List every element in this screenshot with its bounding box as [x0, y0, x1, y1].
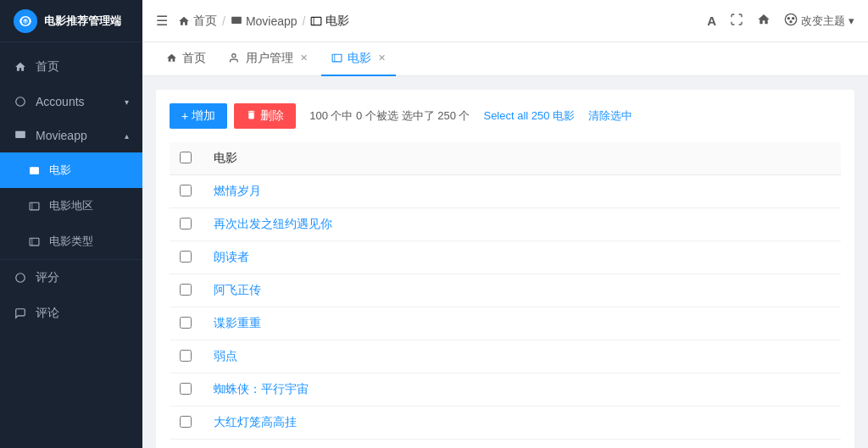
table-row: 谍影重重 [170, 307, 841, 340]
row-movie-title: 燃情岁月 [203, 175, 841, 208]
svg-rect-16 [332, 54, 342, 62]
add-label: 增加 [192, 108, 215, 124]
movie-link[interactable]: 大红灯笼高高挂 [214, 415, 297, 429]
row-checkbox-cell [170, 407, 203, 440]
tab-movies-label: 电影 [348, 51, 371, 66]
row-movie-title: 阿飞正传 [203, 274, 841, 307]
row-checkbox[interactable] [180, 284, 192, 296]
row-checkbox[interactable] [180, 416, 192, 428]
sidebar-item-rating[interactable]: 评分 [0, 260, 142, 296]
home-icon [14, 61, 27, 73]
app-logo[interactable]: 电影推荐管理端 [0, 0, 142, 42]
comment-icon [14, 307, 27, 319]
row-movie-title: 谍影重重 [203, 307, 841, 340]
select-all-checkbox[interactable] [180, 152, 192, 163]
row-checkbox[interactable] [180, 383, 192, 395]
sidebar-item-movietype[interactable]: 电影类型 [0, 224, 142, 259]
table-row: 蜘蛛侠：平行宇宙 [170, 373, 841, 407]
movies-table: 电影 燃情岁月 再次出发之纽约遇见你 朗读者 阿飞正 [170, 142, 841, 448]
breadcrumb-sep-1: / [222, 14, 225, 28]
row-checkbox-cell [170, 175, 203, 208]
row-checkbox-cell [170, 274, 203, 307]
tab-usermgmt-close[interactable]: ✕ [300, 53, 308, 64]
logo-icon [14, 9, 37, 33]
movieregion-icon [27, 201, 41, 212]
sidebar-movies-label: 电影 [49, 163, 71, 178]
theme-button[interactable]: 改变主题 ▾ [784, 13, 854, 29]
sidebar-item-movies[interactable]: 电影 [0, 152, 142, 188]
row-checkbox[interactable] [180, 185, 192, 196]
svg-point-0 [16, 97, 25, 107]
table-row: 燃情岁月 [170, 175, 841, 208]
font-size-icon[interactable]: A [707, 14, 716, 28]
delete-button[interactable]: 删除 [234, 103, 296, 129]
table-row: 朗读者 [170, 241, 841, 274]
svg-point-11 [785, 14, 796, 25]
breadcrumb: 首页 / Movieapp / 电影 [178, 14, 349, 29]
row-movie-title: 谍影重重2 [203, 440, 841, 449]
tab-home-label: 首页 [182, 51, 206, 66]
theme-label: 改变主题 [801, 14, 845, 29]
movie-link[interactable]: 蜘蛛侠：平行宇宙 [214, 382, 309, 395]
table-row: 谍影重重2 [170, 440, 841, 449]
sidebar-item-movieregion[interactable]: 电影地区 [0, 188, 142, 224]
breadcrumb-home[interactable]: 首页 [178, 14, 217, 29]
svg-rect-2 [30, 167, 39, 174]
clear-selection-link[interactable]: 清除选中 [588, 108, 632, 124]
breadcrumb-movieapp[interactable]: Movieapp [231, 14, 298, 28]
row-checkbox-cell [170, 440, 203, 449]
movie-link[interactable]: 谍影重重 [214, 316, 261, 329]
topbar: ☰ 首页 / Movieapp / 电影 A [142, 0, 868, 42]
menu-icon[interactable]: ☰ [156, 13, 168, 29]
add-button[interactable]: + 增加 [170, 103, 227, 129]
tabbar: 首页 用户管理 ✕ 电影 ✕ [142, 42, 868, 76]
movie-link[interactable]: 朗读者 [214, 250, 249, 263]
row-checkbox[interactable] [180, 350, 192, 362]
row-movie-title: 弱点 [203, 340, 841, 373]
sidebar-item-accounts[interactable]: Accounts ▾ [0, 85, 142, 119]
row-checkbox[interactable] [180, 317, 192, 329]
content-card: + 增加 删除 100 个中 0 个被选 选中了 250 个 Select al… [156, 90, 854, 448]
sidebar-submenu: 电影 电影地区 电影类型 [0, 152, 142, 259]
tab-usermgmt-label: 用户管理 [246, 51, 293, 66]
fullscreen-icon[interactable] [730, 13, 743, 30]
row-movie-title: 再次出发之纽约遇见你 [203, 208, 841, 241]
topbar-home-icon[interactable] [757, 13, 771, 30]
table-body: 燃情岁月 再次出发之纽约遇见你 朗读者 阿飞正传 谍影重重 [170, 175, 841, 449]
svg-point-13 [793, 18, 794, 19]
toolbar-info: 100 个中 0 个被选 选中了 250 个 [309, 108, 470, 124]
tab-movies[interactable]: 电影 ✕ [321, 42, 396, 76]
row-checkbox-cell [170, 241, 203, 274]
movie-link[interactable]: 燃情岁月 [214, 184, 261, 197]
select-all-link[interactable]: Select all 250 电影 [483, 108, 575, 124]
svg-rect-3 [30, 202, 39, 210]
row-checkbox[interactable] [180, 218, 192, 230]
row-checkbox-cell [170, 307, 203, 340]
row-checkbox[interactable] [180, 251, 192, 263]
tab-usermgmt[interactable]: 用户管理 ✕ [220, 42, 318, 76]
movieapp-arrow-icon: ▴ [125, 131, 129, 141]
sidebar-home-label: 首页 [36, 59, 59, 75]
sidebar-item-comment[interactable]: 评论 [0, 296, 142, 331]
movie-link[interactable]: 再次出发之纽约遇见你 [214, 217, 332, 230]
sidebar-item-movieapp[interactable]: Movieapp ▴ [0, 119, 142, 152]
table-row: 弱点 [170, 340, 841, 373]
svg-rect-5 [30, 238, 39, 246]
sidebar-rating-label: 评分 [36, 270, 59, 285]
breadcrumb-movies[interactable]: 电影 [310, 14, 349, 29]
add-icon: + [181, 109, 188, 123]
movie-link[interactable]: 弱点 [214, 349, 237, 362]
tab-movies-close[interactable]: ✕ [378, 53, 386, 64]
main-area: ☰ 首页 / Movieapp / 电影 A [142, 0, 868, 448]
movie-link[interactable]: 阿飞正传 [214, 283, 261, 296]
tab-home[interactable]: 首页 [156, 42, 216, 76]
app-title: 电影推荐管理端 [44, 14, 121, 29]
sidebar-section-rating: 评分 [0, 259, 142, 296]
row-checkbox-cell [170, 340, 203, 373]
row-checkbox-cell [170, 373, 203, 407]
movietype-icon [27, 236, 41, 247]
delete-icon [246, 109, 257, 123]
sidebar-item-home[interactable]: 首页 [0, 49, 142, 85]
table-header: 电影 [170, 142, 841, 175]
movieapp-icon [14, 130, 27, 141]
